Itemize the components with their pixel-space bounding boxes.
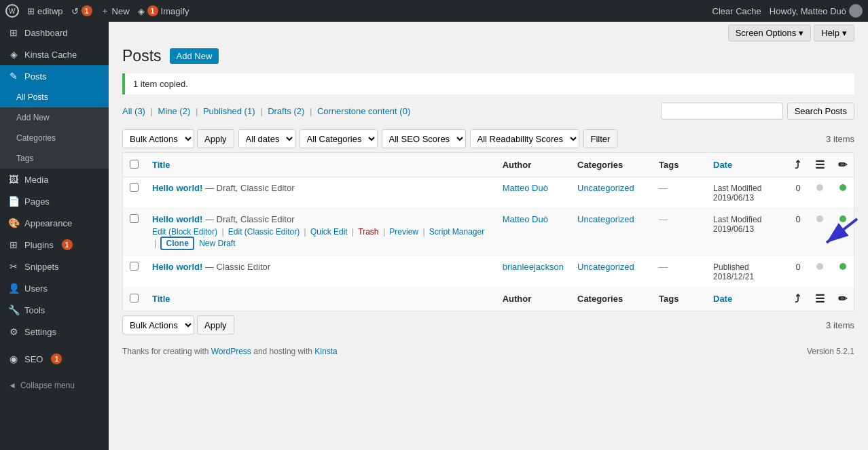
- sidebar-item-media[interactable]: 🖼 Media: [0, 169, 109, 190]
- row-checkbox-3: [123, 256, 146, 288]
- sidebar-item-add-new[interactable]: Add New: [0, 107, 109, 128]
- help-btn[interactable]: Help ▾: [814, 24, 854, 41]
- th-categories: Categories: [571, 153, 652, 177]
- sidebar-item-tools[interactable]: 🔧 Tools: [0, 299, 109, 321]
- screen-options-bar: Screen Options ▾ Help ▾: [122, 22, 854, 44]
- apply-btn-bottom[interactable]: Apply: [197, 315, 234, 334]
- th-author: Author: [496, 153, 571, 177]
- collapse-menu-btn[interactable]: ◄ Collapse menu: [0, 375, 109, 396]
- post-title-link-2[interactable]: Hello world! — Draft, Classic Editor: [152, 214, 294, 224]
- search-posts-button[interactable]: Search Posts: [787, 103, 854, 120]
- th-date: Date: [706, 153, 788, 177]
- clear-cache-btn[interactable]: Clear Cache: [712, 6, 761, 16]
- th-footer-title-link[interactable]: Title: [152, 294, 170, 304]
- sidebar-item-kinsta[interactable]: ◈ Kinsta Cache: [0, 44, 109, 65]
- th-date-link[interactable]: Date: [713, 160, 732, 170]
- footer-credit: Thanks for creating with WordPress and h…: [122, 347, 338, 356]
- footer-icon-edit: ✏: [838, 293, 847, 305]
- category-link-3[interactable]: Uncategorized: [577, 262, 634, 272]
- th-footer-date-link[interactable]: Date: [713, 294, 732, 304]
- edit-block-link-2[interactable]: Edit (Block Editor): [152, 227, 217, 237]
- row-dot1-2: [808, 209, 831, 256]
- kinsta-link[interactable]: Kinsta: [314, 347, 337, 356]
- apply-btn-top[interactable]: Apply: [197, 129, 234, 148]
- th-footer-icon1: ⤴: [788, 287, 808, 311]
- wordpress-link[interactable]: WordPress: [211, 347, 251, 356]
- sidebar-item-categories[interactable]: Categories: [0, 128, 109, 148]
- sidebar-item-posts[interactable]: ✎ Posts: [0, 65, 109, 87]
- sidebar-item-settings[interactable]: ⚙ Settings: [0, 321, 109, 343]
- footer-icon-list: ☰: [815, 293, 825, 305]
- updates-badge: 1: [82, 5, 92, 16]
- footer: Thanks for creating with WordPress and h…: [122, 339, 854, 359]
- filter-all[interactable]: All (3): [122, 106, 145, 116]
- filter-drafts[interactable]: Drafts (2): [268, 106, 304, 116]
- quick-edit-link-2[interactable]: Quick Edit: [310, 227, 348, 237]
- sidebar-item-all-posts[interactable]: All Posts: [0, 87, 109, 107]
- column-icon-edit: ✏: [838, 159, 847, 171]
- plugin-item[interactable]: ◈ 1 Imagify: [138, 5, 189, 16]
- tablenav-top: Bulk Actions Apply All dates All Categor…: [122, 129, 854, 148]
- post-title-link-1[interactable]: Hello world! — Draft, Classic Editor: [152, 183, 294, 193]
- select-all-checkbox-top[interactable]: [130, 160, 139, 169]
- row-select-1[interactable]: [130, 183, 139, 192]
- category-link-1[interactable]: Uncategorized: [577, 183, 634, 193]
- filter-mine[interactable]: Mine (2): [158, 106, 191, 116]
- th-title-link[interactable]: Title: [152, 160, 170, 170]
- trash-link-2[interactable]: Trash: [358, 227, 378, 237]
- author-link-1[interactable]: Matteo Duò: [503, 183, 548, 193]
- seo-dot-1: [839, 184, 846, 191]
- author-link-2[interactable]: Matteo Duò: [503, 214, 548, 224]
- sidebar-item-users[interactable]: 👤 Users: [0, 277, 109, 299]
- script-manager-link-2[interactable]: Script Manager: [429, 227, 484, 237]
- sidebar-item-tags[interactable]: Tags: [0, 148, 109, 169]
- new-item[interactable]: ＋ New: [101, 5, 130, 17]
- sidebar-item-seo[interactable]: ◉ SEO 1: [0, 348, 109, 370]
- page-header: Posts Add New: [122, 47, 854, 65]
- sidebar-item-snippets[interactable]: ✂ Snippets: [0, 256, 109, 277]
- sidebar-item-pages[interactable]: 📄 Pages: [0, 190, 109, 212]
- add-new-button[interactable]: Add New: [170, 48, 219, 64]
- row-select-2[interactable]: [130, 214, 139, 223]
- wp-logo[interactable]: W: [5, 4, 19, 18]
- th-icon1: ⤴: [788, 153, 808, 177]
- th-footer-date: Date: [706, 287, 788, 311]
- search-input[interactable]: [661, 103, 783, 120]
- filter-btn-top[interactable]: Filter: [583, 129, 618, 148]
- all-seo-scores-select[interactable]: All SEO Scores: [382, 129, 466, 148]
- items-count-bottom: 3 items: [826, 320, 854, 330]
- author-link-3[interactable]: brianleejackson: [503, 262, 564, 272]
- sidebar-item-appearance[interactable]: 🎨 Appearance: [0, 212, 109, 234]
- preview-link-2[interactable]: Preview: [389, 227, 418, 237]
- table-header-row: Title Author Categories Tags Date ⤴ ☰: [123, 153, 854, 177]
- category-link-2[interactable]: Uncategorized: [577, 214, 634, 224]
- users-icon: 👤: [8, 283, 19, 294]
- filter-published[interactable]: Published (1): [203, 106, 255, 116]
- bulk-actions-select-top[interactable]: Bulk Actions: [122, 129, 194, 148]
- row-select-3[interactable]: [130, 262, 139, 271]
- all-readability-select[interactable]: All Readability Scores: [470, 129, 579, 148]
- th-icon3: ✏: [831, 153, 854, 177]
- all-dates-select[interactable]: All dates: [238, 129, 295, 148]
- post-title-link-3[interactable]: Hello world! — Classic Editor: [152, 262, 270, 272]
- filter-nav: All (3) | Mine (2) | Published (1) | Dra…: [122, 106, 410, 116]
- edit-classic-link-2[interactable]: Edit (Classic Editor): [228, 227, 300, 237]
- all-categories-select[interactable]: All Categories: [300, 129, 378, 148]
- screen-options-btn[interactable]: Screen Options ▾: [728, 24, 812, 41]
- howdy-item[interactable]: Howdy, Matteo Duò: [770, 4, 863, 18]
- footer-version: Version 5.2.1: [807, 347, 854, 356]
- posts-table: Title Author Categories Tags Date ⤴ ☰: [122, 152, 854, 311]
- sidebar-item-plugins[interactable]: ⊞ Plugins 1: [0, 234, 109, 256]
- bulk-actions-select-bottom[interactable]: Bulk Actions: [122, 315, 194, 334]
- bulk-actions-bottom: Bulk Actions Apply: [122, 315, 234, 334]
- sidebar-item-dashboard[interactable]: ⊞ Dashboard: [0, 22, 109, 44]
- new-draft-link-2[interactable]: New Draft: [199, 239, 235, 248]
- clone-button-2[interactable]: Clone: [160, 237, 194, 250]
- site-name[interactable]: ⊞ editwp: [27, 6, 63, 16]
- updates-item[interactable]: ↺ 1: [71, 5, 92, 16]
- filter-cornerstone[interactable]: Cornerstone content (0): [317, 106, 410, 116]
- row-date-1: Last Modified 2019/06/13: [706, 177, 788, 209]
- row-category-1: Uncategorized: [571, 177, 652, 209]
- select-all-checkbox-bottom[interactable]: [130, 294, 139, 302]
- row-category-2: Uncategorized: [571, 209, 652, 256]
